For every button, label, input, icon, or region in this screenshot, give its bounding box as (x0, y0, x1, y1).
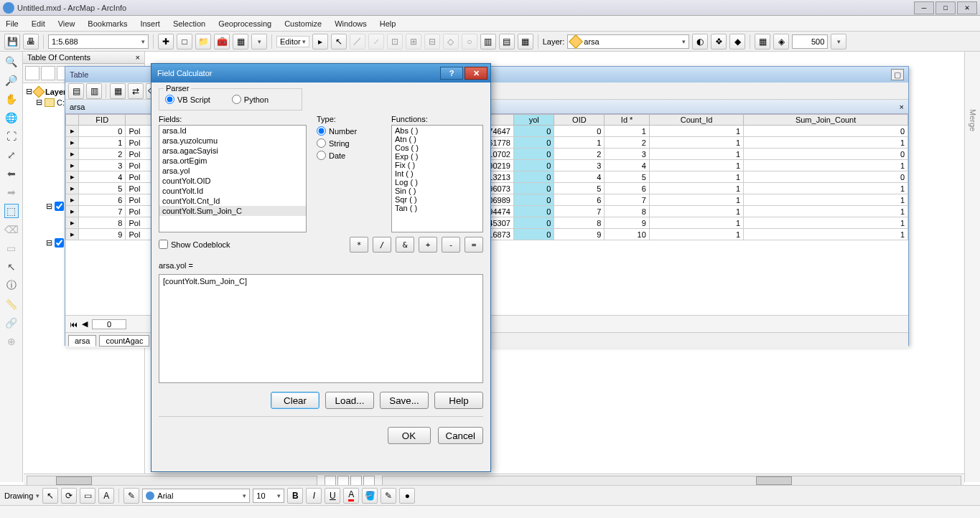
numeric-input[interactable]: 500 (792, 34, 828, 49)
expression-input[interactable]: [countYolt.Sum_Join_C] (159, 274, 483, 383)
data-view-icon[interactable] (325, 476, 336, 486)
text-icon[interactable]: A (98, 488, 114, 504)
menu-windows[interactable]: Windows (335, 19, 367, 28)
operator-button[interactable]: - (442, 237, 460, 253)
table-related-icon[interactable]: ▥ (86, 83, 102, 99)
menu-customize[interactable]: Customize (284, 19, 322, 28)
column-header[interactable]: FID (79, 115, 126, 126)
edit-tool-icon-2[interactable]: ↖ (331, 34, 347, 50)
toc-tab-list[interactable] (25, 66, 39, 80)
nav-record-input[interactable]: 0 (92, 319, 126, 329)
menu-selection[interactable]: Selection (173, 19, 205, 28)
operator-button[interactable]: * (350, 237, 368, 253)
function-item[interactable]: Log ( ) (392, 178, 482, 187)
layout-view-icon[interactable] (337, 476, 349, 486)
type-string-radio[interactable]: String (317, 138, 381, 148)
load-button[interactable]: Load... (325, 392, 374, 409)
full-extent-icon[interactable]: ⛶ (4, 129, 19, 143)
horizontal-scrollbar[interactable] (27, 476, 317, 486)
zoom-out-icon[interactable]: 🔎 (4, 73, 19, 88)
find-icon[interactable]: 🔗 (4, 316, 19, 330)
field-item[interactable]: countYolt.Sum_Join_C (159, 206, 306, 216)
font-size-select[interactable]: 10▾ (253, 489, 284, 503)
forward-icon[interactable]: ➡ (4, 185, 19, 199)
clear-button[interactable]: Clear (271, 392, 319, 409)
pause-icon[interactable] (363, 476, 375, 486)
globe-icon[interactable]: 🌐 (4, 110, 19, 125)
column-header[interactable]: yol (513, 115, 554, 126)
layer-select[interactable]: arsa ▾ (567, 34, 689, 49)
ok-button[interactable]: OK (388, 427, 431, 444)
table-select-by-attr-icon[interactable]: ▦ (110, 83, 126, 99)
show-codeblock-checkbox[interactable]: Show Codeblock (159, 240, 230, 249)
sketch-icon[interactable]: ▤ (499, 34, 515, 50)
editor-dropdown[interactable]: Editor▾ (276, 36, 309, 47)
refresh-icon[interactable] (350, 476, 362, 486)
table-options-icon[interactable]: ▤ (68, 83, 84, 99)
menu-edit[interactable]: Edit (32, 19, 45, 28)
marker-color-icon[interactable]: ● (399, 488, 415, 504)
column-header[interactable]: OID (554, 115, 605, 126)
line-color-icon[interactable]: ✎ (381, 488, 396, 504)
menu-view[interactable]: View (58, 19, 75, 28)
nav-prev-icon[interactable]: ◀ (82, 319, 88, 329)
field-item[interactable]: arsa.agacSayisi (159, 146, 306, 156)
menu-bookmarks[interactable]: Bookmarks (88, 19, 127, 28)
attr-icon[interactable]: ▥ (480, 34, 496, 50)
function-item[interactable]: Exp ( ) (392, 152, 482, 161)
pointer-icon[interactable]: ↖ (4, 260, 19, 274)
table-tab-arsa[interactable]: arsa (68, 335, 96, 347)
tool-icon[interactable]: ▦ (755, 34, 770, 50)
dialog-close-icon[interactable]: ✕ (465, 67, 487, 80)
tool-icon[interactable]: ◈ (773, 34, 789, 50)
menu-help[interactable]: Help (380, 19, 396, 28)
function-item[interactable]: Sqr ( ) (392, 195, 482, 204)
column-header[interactable]: Id * (605, 115, 649, 126)
catalog-icon[interactable]: 📁 (195, 34, 211, 50)
toolbox-icon[interactable]: 🧰 (214, 34, 230, 50)
save-button[interactable]: Save... (380, 392, 429, 409)
close-button[interactable]: ✕ (957, 1, 977, 14)
more-icon[interactable]: ▦ (518, 34, 533, 50)
operator-button[interactable]: / (373, 237, 391, 253)
type-date-radio[interactable]: Date (317, 151, 381, 160)
zoom-in-icon[interactable]: 🔍 (4, 55, 19, 69)
parser-python-radio[interactable]: Python (232, 95, 269, 104)
scale-select[interactable]: 1:5.688▾ (48, 34, 149, 49)
help-button[interactable]: Help (434, 392, 483, 409)
measure-icon[interactable]: 📏 (4, 297, 19, 311)
table-sub-close-icon[interactable]: × (900, 103, 904, 111)
underline-icon[interactable]: U (325, 488, 340, 504)
italic-icon[interactable]: I (306, 488, 322, 504)
chevron-down-icon[interactable]: ▾ (831, 34, 846, 50)
edit-tool-icon[interactable]: ▸ (312, 34, 328, 50)
select-elements-icon[interactable]: ▭ (4, 241, 19, 255)
function-item[interactable]: Sin ( ) (392, 187, 482, 195)
pointer-icon[interactable]: ↖ (42, 488, 58, 504)
type-number-radio[interactable]: Number (317, 126, 381, 136)
fixed-zoom-icon[interactable]: ⤢ (4, 148, 19, 162)
back-icon[interactable]: ⬅ (4, 166, 19, 181)
parser-vbscript-radio[interactable]: VB Script (165, 95, 210, 104)
rect-icon[interactable]: ▭ (80, 488, 95, 504)
table-switch-selection-icon[interactable]: ⇄ (128, 83, 144, 99)
function-item[interactable]: Atn ( ) (392, 135, 482, 143)
function-item[interactable]: Fix ( ) (392, 161, 482, 169)
toc-tab-source[interactable] (41, 66, 55, 80)
toc-close-icon[interactable]: × (136, 53, 140, 62)
python-icon[interactable]: ▦ (233, 34, 248, 50)
minimize-button[interactable]: — (914, 1, 934, 14)
operator-button[interactable]: & (396, 237, 414, 253)
menu-geoprocessing[interactable]: Geoprocessing (218, 19, 271, 28)
function-item[interactable]: Abs ( ) (392, 126, 482, 135)
chevron-down-icon[interactable]: ▾ (251, 34, 267, 50)
edit-vertices-icon[interactable]: ✎ (123, 488, 139, 504)
function-item[interactable]: Tan ( ) (392, 204, 482, 212)
field-item[interactable]: countYolt.OID (159, 176, 306, 186)
field-item[interactable]: countYolt.Id (159, 186, 306, 196)
field-item[interactable]: arsa.ortEgim (159, 156, 306, 166)
fill-color-icon[interactable]: 🪣 (362, 488, 378, 504)
save-icon[interactable]: 💾 (4, 34, 20, 50)
bold-icon[interactable]: B (287, 488, 303, 504)
maximize-button[interactable]: ☐ (935, 1, 956, 14)
